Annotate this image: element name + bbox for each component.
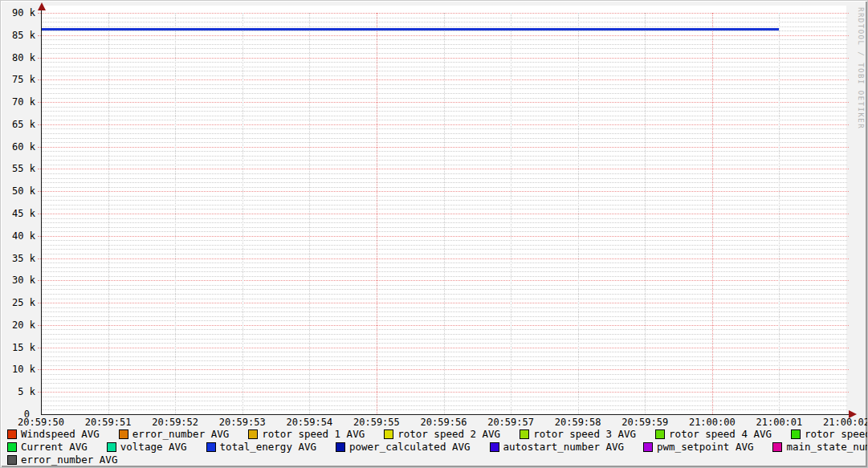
grid-minor-hline (42, 405, 847, 406)
x-axis-label: 20:59:58 (549, 417, 607, 428)
grid-minor-hline (42, 227, 847, 228)
grid-minor-hline (42, 31, 847, 31)
grid-minor-hline (42, 249, 847, 250)
legend-label: Windspeed AVG (21, 428, 100, 440)
grid-minor-vline (242, 13, 243, 414)
legend-swatch (655, 429, 665, 439)
grid-minor-hline (42, 329, 847, 330)
legend: Windspeed AVGerror_number AVGrotor speed… (7, 428, 868, 466)
x-axis-label: 20:59:53 (214, 417, 271, 428)
grid-minor-hline (42, 262, 847, 263)
legend-item: Windspeed AVG (7, 428, 100, 440)
grid-minor-hline (42, 71, 847, 71)
legend-label: main_state_number AVG (786, 441, 868, 453)
grid-minor-hline (42, 240, 847, 241)
x-axis-label: 20:59:51 (79, 417, 137, 428)
legend-swatch (206, 442, 216, 452)
legend-label: total_energy AVG (220, 441, 316, 453)
legend-item: Current AVG (7, 441, 88, 453)
x-axis-label: 20:59:56 (415, 417, 473, 428)
grid-minor-hline (42, 120, 847, 120)
legend-label: pwm_setpoint AVG (657, 441, 753, 453)
legend-row: error_number AVG (7, 454, 868, 466)
legend-label: autostart_number AVG (503, 441, 625, 453)
grid-minor-vline (309, 13, 310, 414)
grid-minor-hline (42, 343, 847, 344)
grid-minor-hline (42, 178, 847, 179)
legend-swatch (791, 429, 801, 439)
grid-minor-hline (42, 316, 847, 317)
y-axis-label: 55 k (3, 163, 35, 174)
x-axis-line (41, 414, 850, 415)
legend-row: Current AVGvoltage AVGtotal_energy AVGpo… (7, 441, 868, 453)
grid-minor-hline (42, 379, 847, 380)
grid-minor-vline (779, 13, 780, 414)
legend-item: rotor speed 4 AVG (655, 428, 772, 440)
legend-item: total_energy AVG (206, 441, 316, 453)
grid-minor-hline (42, 133, 847, 134)
grid-minor-hline (42, 26, 847, 27)
rrdtool-graph: 05 k10 k15 k20 k25 k30 k35 k40 k45 k50 k… (0, 0, 868, 468)
legend-item: rotor speed 1 AVG (248, 428, 365, 440)
rrdtool-watermark: RRDTOOL / TOBI OETIKER (857, 7, 865, 129)
legend-item: voltage AVG (107, 441, 187, 453)
grid-minor-vline (108, 13, 109, 414)
y-axis-label: 5 k (3, 386, 35, 397)
legend-label: rotor speed 3 AVG (533, 428, 636, 440)
grid-minor-hline (42, 93, 847, 94)
grid-minor-hline (42, 18, 847, 18)
y-axis-label: 30 k (3, 275, 35, 286)
x-axis-label: 21:00:02 (817, 417, 868, 428)
legend-swatch (772, 442, 782, 452)
legend-label: Current AVG (21, 441, 88, 453)
grid-minor-hline (42, 388, 847, 389)
grid-minor-hline (42, 205, 847, 206)
legend-item: rotor speed 2 AVG (384, 428, 500, 440)
grid-minor-hline (42, 196, 847, 197)
x-axis-arrow (849, 410, 857, 418)
legend-label: rotor speed 5 AVG (805, 428, 868, 440)
legend-swatch (643, 442, 653, 452)
legend-label: power_calculated AVG (349, 441, 471, 453)
grid-minor-hline (42, 156, 847, 157)
grid-minor-hline (42, 165, 847, 165)
x-axis-label: 20:59:55 (348, 417, 405, 428)
grid-minor-vline (578, 13, 579, 414)
legend-label: rotor speed 1 AVG (262, 428, 365, 440)
x-axis-label: 20:59:54 (280, 417, 338, 428)
grid-minor-hline (42, 307, 847, 308)
legend-item: power_calculated AVG (336, 441, 471, 453)
legend-item: rotor speed 3 AVG (520, 428, 636, 440)
grid-minor-hline (42, 84, 847, 85)
grid-minor-vline (511, 13, 511, 414)
legend-label: rotor speed 4 AVG (669, 428, 772, 440)
legend-item: error_number AVG (7, 454, 117, 466)
x-axis-label: 20:59:59 (616, 417, 674, 428)
grid-minor-hline (42, 401, 847, 401)
y-axis-label: 10 k (3, 364, 35, 375)
grid-major-vline (712, 13, 713, 414)
legend-label: error_number AVG (21, 454, 117, 466)
grid-minor-hline (42, 22, 847, 22)
legend-swatch (490, 442, 499, 452)
y-axis-label: 85 k (3, 30, 35, 41)
grid-minor-hline (42, 187, 847, 188)
grid-minor-hline (42, 98, 847, 99)
y-axis-label: 15 k (3, 342, 35, 353)
grid-minor-hline (42, 360, 847, 361)
grid-minor-hline (42, 116, 847, 116)
y-axis-label: 20 k (3, 319, 35, 331)
grid-minor-hline (42, 138, 847, 139)
legend-swatch (248, 429, 258, 439)
grid-minor-hline (42, 320, 847, 321)
grid-minor-hline (42, 339, 847, 340)
grid-minor-hline (42, 160, 847, 161)
grid-minor-vline (645, 13, 646, 414)
grid-minor-hline (42, 365, 847, 366)
y-axis-label: 40 k (3, 230, 35, 242)
grid-minor-hline (42, 128, 847, 129)
grid-minor-hline (42, 222, 847, 223)
legend-swatch (336, 442, 345, 452)
legend-swatch (119, 429, 128, 439)
legend-row: Windspeed AVGerror_number AVGrotor speed… (7, 428, 868, 440)
